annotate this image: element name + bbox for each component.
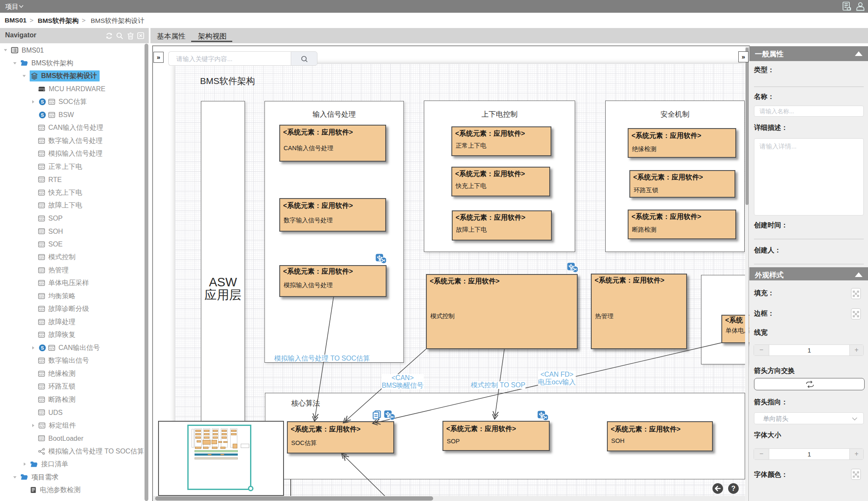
svg-text:S: S bbox=[41, 112, 44, 118]
svg-text:S: S bbox=[41, 345, 44, 350]
svg-text:S: S bbox=[41, 99, 44, 104]
